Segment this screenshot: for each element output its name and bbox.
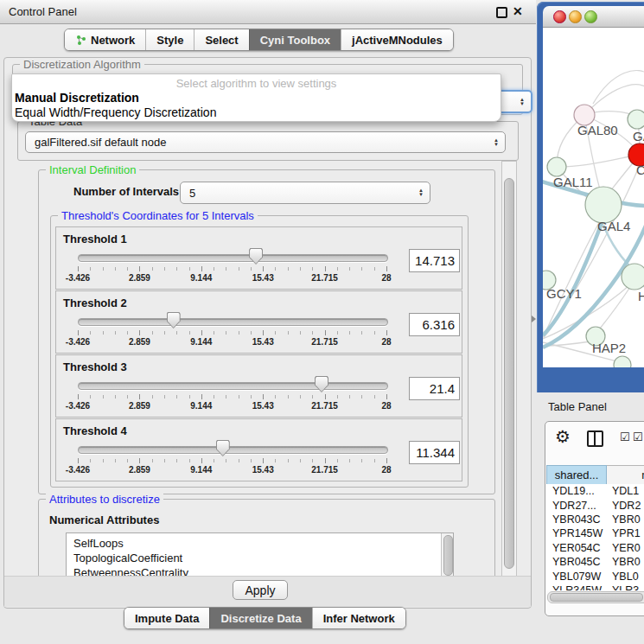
- slider-tick: [374, 395, 375, 399]
- slider-thumb[interactable]: [249, 248, 263, 265]
- slider-tick: [139, 330, 140, 335]
- table-cell: YBR0: [606, 513, 644, 526]
- network-window-titlebar[interactable]: [543, 6, 644, 28]
- slider-thumb[interactable]: [315, 376, 328, 392]
- close-traffic-light-icon[interactable]: [553, 10, 566, 23]
- network-node[interactable]: [585, 187, 622, 223]
- network-node[interactable]: [547, 157, 566, 176]
- slider-tick: [337, 267, 338, 271]
- slider-tick: [139, 266, 140, 271]
- slider-thumb[interactable]: [216, 440, 230, 456]
- network-node[interactable]: [622, 264, 644, 290]
- threshold-value-field[interactable]: 14.713: [409, 249, 460, 272]
- network-edge[interactable]: [593, 71, 644, 104]
- table-row[interactable]: YBR043CYBR0: [546, 513, 644, 526]
- attributes-group-title: Attributes to discretize: [46, 493, 163, 506]
- spinner-icon: ▲▼: [494, 138, 499, 147]
- top-tab-bar: NetworkStyleSelectCyni ToolboxjActiveMNo…: [64, 29, 454, 51]
- threshold-value-field[interactable]: 6.316: [409, 313, 460, 336]
- thresholds-group-title: Threshold's Coordinates for 5 Intervals: [58, 209, 258, 222]
- slider-track[interactable]: [78, 254, 388, 262]
- settings-scrollbar[interactable]: [501, 161, 517, 579]
- network-node[interactable]: [628, 110, 644, 129]
- slider-tick: [361, 267, 362, 271]
- table-row[interactable]: YDR27...YDR2: [546, 498, 644, 512]
- network-node[interactable]: [614, 356, 631, 367]
- numerical-attributes-list[interactable]: SelfLoopsTopologicalCoefficientBetweenne…: [66, 532, 454, 577]
- slider-tick: [312, 395, 313, 399]
- slider-tick: [288, 459, 289, 462]
- slider-tick: [337, 395, 338, 399]
- column-header-na[interactable]: na: [607, 465, 644, 485]
- threshold-value-field[interactable]: 11.344: [409, 441, 460, 464]
- attribute-list-item[interactable]: TopologicalCoefficient: [67, 551, 453, 565]
- checkbox-icon[interactable]: ☑: [633, 430, 643, 443]
- settings-scrollbar-thumb[interactable]: [504, 178, 514, 569]
- table-panel: ⚙ ☑ ☑ shared...na YDL19...YDL1YDR27...YD…: [545, 421, 644, 616]
- table-horizontal-scrollbar[interactable]: [547, 591, 644, 603]
- slider-tick: [90, 331, 91, 335]
- slider-tick-label: 15.43: [244, 273, 282, 283]
- slider-tick: [103, 267, 104, 271]
- slider-thumb[interactable]: [167, 312, 181, 328]
- table-row[interactable]: YLR345WYLR3: [546, 583, 644, 590]
- zoom-traffic-light-icon[interactable]: [584, 10, 597, 23]
- apply-button[interactable]: Apply: [233, 580, 288, 600]
- slider-tick-label: 9.144: [182, 465, 220, 475]
- table-row[interactable]: YBR045CYBR0: [546, 555, 644, 569]
- threshold-value-field[interactable]: 21.4: [409, 377, 460, 400]
- number-of-intervals-combobox[interactable]: 5 ▲▼: [180, 182, 430, 204]
- table-cell: YPR145W: [546, 527, 606, 539]
- slider-tick: [263, 266, 264, 271]
- slider-track[interactable]: [78, 382, 388, 390]
- list-scrollbar-thumb[interactable]: [443, 535, 453, 576]
- slider-track[interactable]: [78, 446, 388, 454]
- threshold-panel-1: Threshold 1-3.4262.8599.14415.4321.71528…: [55, 226, 462, 290]
- slider-tick: [127, 267, 128, 271]
- tab-jactivemnodules[interactable]: jActiveMNodules: [341, 29, 453, 50]
- slider-tick: [115, 331, 116, 335]
- slider-tick: [361, 331, 362, 335]
- slider-track[interactable]: [78, 318, 388, 326]
- close-icon[interactable]: ✕: [513, 4, 523, 18]
- slider-tick: [349, 459, 350, 462]
- slider-tick: [115, 267, 116, 271]
- network-icon: [75, 35, 86, 46]
- table-horizontal-scrollbar-thumb[interactable]: [550, 593, 643, 602]
- table-row[interactable]: YER054CYER0: [546, 541, 644, 555]
- slider-tick: [152, 459, 153, 462]
- list-scrollbar[interactable]: [441, 533, 453, 577]
- threshold-panel-2: Threshold 2-3.4262.8599.14415.4321.71528…: [55, 290, 462, 354]
- tab-network[interactable]: Network: [65, 29, 145, 50]
- table-row[interactable]: YDL19...YDL1: [546, 484, 644, 498]
- dropdown-option-manual-discretization[interactable]: Manual Discretization: [15, 91, 139, 105]
- numerical-attributes-header: Numerical Attributes: [49, 513, 159, 526]
- checkbox-icon[interactable]: ☑: [620, 430, 630, 443]
- tab-cyni-toolbox[interactable]: Cyni Toolbox: [249, 29, 341, 50]
- table-row[interactable]: YPR145WYPR1: [546, 526, 644, 540]
- tab-select[interactable]: Select: [194, 29, 248, 50]
- gear-icon[interactable]: ⚙: [555, 426, 571, 447]
- slider-tick: [374, 459, 375, 462]
- tab-discretize-data[interactable]: Discretize Data: [209, 608, 311, 628]
- slider-ticks: [78, 458, 387, 464]
- app-root: Control Panel ✕ NetworkStyleSelectCyni T…: [0, 0, 644, 644]
- float-window-icon[interactable]: [496, 7, 507, 18]
- network-node-label: GCY1: [546, 286, 582, 301]
- column-header-shared[interactable]: shared...: [546, 465, 607, 485]
- slider-tick: [263, 458, 264, 463]
- network-canvas[interactable]: GAL80GACGAL11GAL4GCY1HHAP2: [543, 28, 644, 367]
- network-node-label: GAL4: [597, 219, 630, 233]
- tab-infer-network[interactable]: Infer Network: [312, 608, 405, 628]
- column-layout-icon[interactable]: [587, 430, 603, 447]
- table-row[interactable]: YBL079WYBL0: [546, 569, 644, 583]
- table-data-combobox[interactable]: galFiltered.sif default node ▲▼: [25, 131, 506, 153]
- slider-tick-label: 15.43: [244, 465, 282, 475]
- slider-tick: [386, 330, 387, 335]
- tab-style[interactable]: Style: [145, 29, 194, 50]
- tab-impute-data[interactable]: Impute Data: [124, 608, 209, 628]
- minimize-traffic-light-icon[interactable]: [569, 10, 582, 23]
- attribute-list-item[interactable]: SelfLoops: [67, 536, 453, 551]
- dropdown-option-equal-width-frequency[interactable]: Equal Width/Frequency Discretization: [15, 105, 216, 119]
- panel-splitter-handle[interactable]: [532, 316, 536, 322]
